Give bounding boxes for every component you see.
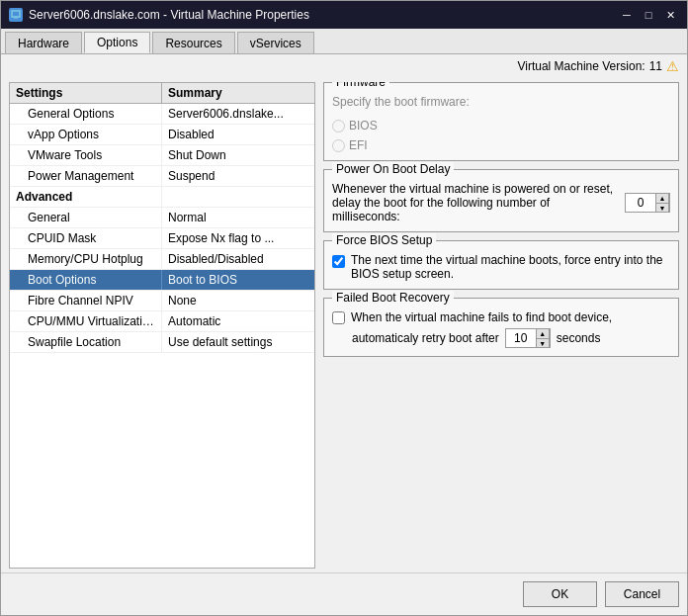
power-on-title: Power On Boot Delay <box>332 162 454 176</box>
settings-list: Settings Summary General Options Server6… <box>9 82 315 569</box>
firmware-content: Specify the boot firmware: BIOS EFI <box>332 95 670 152</box>
spin-buttons: ▲ ▼ <box>655 193 669 213</box>
tab-vservices-label: vServices <box>250 37 301 50</box>
failed-boot-row1: When the virtual machine fails to find b… <box>332 310 670 324</box>
warning-icon: ⚠ <box>666 58 679 74</box>
settings-col-header: Settings <box>10 83 162 103</box>
retry-input[interactable] <box>506 329 536 347</box>
list-item[interactable]: Fibre Channel NPIV None <box>10 291 314 311</box>
bios-label: BIOS <box>349 119 378 132</box>
list-item[interactable]: General Normal <box>10 208 314 228</box>
failed-boot-description: When the virtual machine fails to find b… <box>351 310 612 324</box>
maximize-button[interactable]: □ <box>640 7 657 23</box>
bios-radio-row: BIOS <box>332 119 670 132</box>
minimize-button[interactable]: ─ <box>618 7 636 23</box>
summary-col-header: Summary <box>162 83 314 103</box>
force-bios-description: The next time the virtual machine boots,… <box>351 253 670 281</box>
force-bios-content: The next time the virtual machine boots,… <box>332 253 670 281</box>
failed-boot-group: Failed Boot Recovery When the virtual ma… <box>323 298 679 357</box>
item-label: Boot Options <box>10 270 162 290</box>
power-on-row: Whenever the virtual machine is powered … <box>332 182 670 223</box>
efi-label: EFI <box>349 138 368 152</box>
item-label: Fibre Channel NPIV <box>10 291 162 310</box>
force-bios-checkbox[interactable] <box>332 255 345 268</box>
main-content: Settings Summary General Options Server6… <box>1 78 687 572</box>
item-label: Advanced <box>10 187 162 207</box>
item-label: Memory/CPU Hotplug <box>10 249 162 269</box>
failed-boot-row2: automaticaly retry boot after ▲ ▼ second… <box>332 328 670 348</box>
tab-hardware[interactable]: Hardware <box>5 32 82 53</box>
power-on-content: Whenever the virtual machine is powered … <box>332 182 670 223</box>
cancel-button[interactable]: Cancel <box>605 581 679 607</box>
item-label: General <box>10 208 162 227</box>
title-bar-controls: ─ □ ✕ <box>618 7 679 23</box>
item-summary: Disabled/Disabled <box>162 249 314 269</box>
force-bios-group: Force BIOS Setup The next time the virtu… <box>323 240 679 290</box>
failed-boot-checkbox[interactable] <box>332 311 345 324</box>
footer: OK Cancel <box>1 572 687 615</box>
tab-options[interactable]: Options <box>84 32 150 53</box>
item-summary: Suspend <box>162 166 314 186</box>
tab-vservices[interactable]: vServices <box>237 32 314 53</box>
retry-spin-down-button[interactable]: ▼ <box>536 338 550 348</box>
list-item[interactable]: General Options Server6006.dnslake... <box>10 104 314 125</box>
list-item[interactable]: vApp Options Disabled <box>10 125 314 145</box>
item-label: CPUID Mask <box>10 228 162 248</box>
list-item[interactable]: Power Management Suspend <box>10 166 314 187</box>
list-item[interactable]: Memory/CPU Hotplug Disabled/Disabled <box>10 249 314 270</box>
ok-button[interactable]: OK <box>523 581 597 607</box>
item-summary: None <box>162 291 314 310</box>
efi-radio[interactable] <box>332 139 345 152</box>
item-summary: Normal <box>162 208 314 227</box>
list-item[interactable]: CPU/MMU Virtualization Automatic <box>10 311 314 332</box>
window-title: Server6006.dnslake.com - Virtual Machine… <box>29 8 309 22</box>
item-summary: Disabled <box>162 125 314 144</box>
vm-version-label: Virtual Machine Version: <box>517 59 645 73</box>
firmware-specify-label: Specify the boot firmware: <box>332 95 670 109</box>
list-item[interactable]: CPUID Mask Expose Nx flag to ... <box>10 228 314 249</box>
item-label: Power Management <box>10 166 162 186</box>
list-item-boot-options[interactable]: Boot Options Boot to BIOS <box>10 270 314 291</box>
spin-down-button[interactable]: ▼ <box>655 203 669 213</box>
item-summary: Shut Down <box>162 145 314 165</box>
title-bar: Server6006.dnslake.com - Virtual Machine… <box>1 1 687 29</box>
failed-boot-title: Failed Boot Recovery <box>332 291 454 305</box>
spin-up-button[interactable]: ▲ <box>655 193 669 203</box>
item-label: Swapfile Location <box>10 332 162 352</box>
vm-icon <box>9 8 23 22</box>
tab-resources[interactable]: Resources <box>152 32 234 53</box>
item-label: CPU/MMU Virtualization <box>10 311 162 331</box>
item-label: General Options <box>10 104 162 124</box>
list-item[interactable]: Advanced <box>10 187 314 208</box>
item-summary: Expose Nx flag to ... <box>162 228 314 248</box>
bios-radio[interactable] <box>332 120 345 132</box>
title-bar-left: Server6006.dnslake.com - Virtual Machine… <box>9 8 309 22</box>
list-item[interactable]: Swapfile Location Use default settings <box>10 332 314 353</box>
tab-hardware-label: Hardware <box>18 37 69 50</box>
item-summary: Use default settings <box>162 332 314 352</box>
svg-rect-1 <box>14 17 18 19</box>
power-on-boot-delay-group: Power On Boot Delay Whenever the virtual… <box>323 169 679 232</box>
list-item[interactable]: VMware Tools Shut Down <box>10 145 314 166</box>
retry-spin-up-button[interactable]: ▲ <box>536 328 550 338</box>
vm-version-bar: Virtual Machine Version: 11 ⚠ <box>1 54 687 78</box>
force-bios-title: Force BIOS Setup <box>332 233 436 247</box>
close-button[interactable]: ✕ <box>661 7 679 23</box>
right-panel: Firmware Specify the boot firmware: BIOS… <box>323 82 679 569</box>
tab-options-label: Options <box>97 36 137 49</box>
tab-resources-label: Resources <box>165 37 221 50</box>
retry-spinner: ▲ ▼ <box>505 328 551 348</box>
boot-delay-spinner: ▲ ▼ <box>625 193 670 213</box>
seconds-label: seconds <box>557 331 601 345</box>
retry-label: automaticaly retry boot after <box>352 331 499 345</box>
item-summary: Automatic <box>162 311 314 331</box>
efi-radio-row: EFI <box>332 138 670 152</box>
firmware-group: Firmware Specify the boot firmware: BIOS… <box>323 82 679 161</box>
item-summary: Server6006.dnslake... <box>162 104 314 124</box>
failed-boot-content: When the virtual machine fails to find b… <box>332 310 670 348</box>
item-label: vApp Options <box>10 125 162 144</box>
main-window: Server6006.dnslake.com - Virtual Machine… <box>0 0 688 616</box>
retry-spin-buttons: ▲ ▼ <box>536 328 550 348</box>
list-header: Settings Summary <box>10 83 314 104</box>
boot-delay-input[interactable] <box>626 194 655 212</box>
